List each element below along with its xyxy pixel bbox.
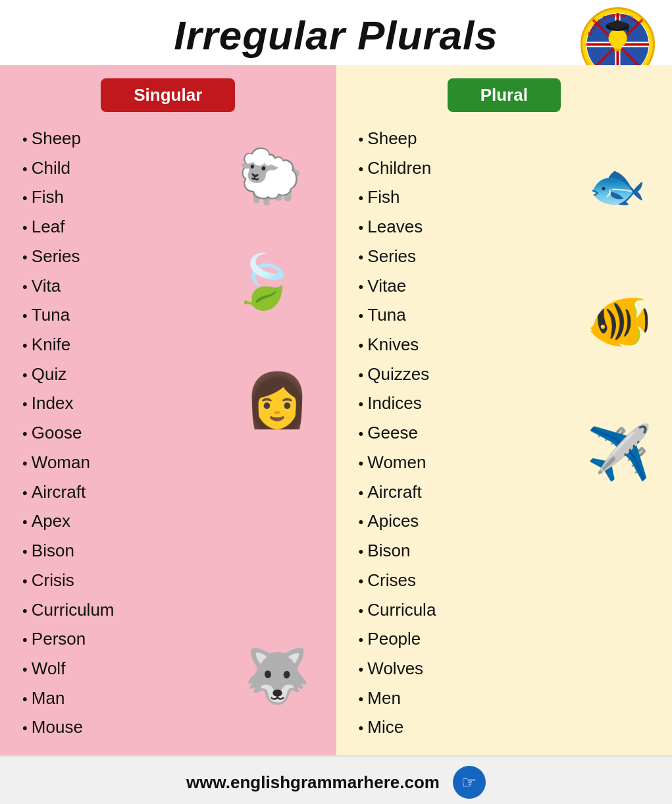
plural-list-item: Series bbox=[356, 242, 653, 271]
singular-list-item: Crisis bbox=[20, 566, 317, 595]
footer-url: www.englishgrammarhere.com bbox=[186, 772, 440, 793]
plural-list-item: Wolves bbox=[356, 654, 653, 683]
singular-list-item: Aircraft bbox=[20, 477, 317, 507]
header: Irregular Plurals bbox=[0, 0, 672, 65]
plane-illustration: ✈️ bbox=[586, 427, 652, 479]
plural-list-item: People bbox=[356, 624, 653, 654]
plural-list-item: Crises bbox=[356, 566, 653, 595]
singular-column: Singular 🐑 🍃 👩 🐺 SheepChildFishLeafSerie… bbox=[0, 65, 336, 755]
cursor-icon: ☞ bbox=[453, 766, 486, 799]
singular-badge: Singular bbox=[101, 78, 235, 112]
singular-list-item: Bison bbox=[20, 536, 317, 566]
fish-illustration: 🐟 bbox=[588, 163, 646, 209]
singular-list-item: Knife bbox=[20, 330, 317, 360]
plural-list-item: Apices bbox=[356, 506, 653, 536]
plural-list-item: Quizzes bbox=[356, 360, 653, 389]
svg-rect-10 bbox=[613, 45, 622, 49]
plural-list-item: Bison bbox=[356, 536, 653, 566]
plural-list-item: Sheep bbox=[356, 124, 653, 153]
singular-list-item: Curriculum bbox=[20, 595, 317, 625]
singular-list-wrapper: 🐑 🍃 👩 🐺 SheepChildFishLeafSeriesVitaTuna… bbox=[20, 124, 317, 742]
svg-rect-11 bbox=[614, 49, 621, 51]
plural-list-item: Curricula bbox=[356, 595, 653, 625]
singular-list-item: Apex bbox=[20, 506, 317, 536]
plural-list-item: Indices bbox=[356, 389, 653, 418]
singular-list-item: Mouse bbox=[20, 712, 317, 742]
svg-rect-14 bbox=[627, 25, 629, 32]
footer: www.englishgrammarhere.com ☞ bbox=[0, 755, 672, 804]
plural-column: Plural 🐟 🐠 ✈️ SheepChildrenFishLeavesSer… bbox=[336, 65, 673, 755]
plural-list-wrapper: 🐟 🐠 ✈️ SheepChildrenFishLeavesSeriesVita… bbox=[356, 124, 653, 742]
plural-list-item: Leaves bbox=[356, 212, 653, 242]
singular-list-item: Leaf bbox=[20, 212, 317, 242]
plural-header: Plural bbox=[356, 78, 653, 112]
woman-illustration: 👩 bbox=[244, 374, 310, 427]
sheep-illustration: 🐑 bbox=[238, 150, 303, 203]
page-title: Irregular Plurals bbox=[7, 12, 665, 59]
singular-header: Singular bbox=[20, 78, 317, 112]
content-area: Singular 🐑 🍃 👩 🐺 SheepChildFishLeafSerie… bbox=[0, 65, 672, 755]
wolf-illustration: 🐺 bbox=[244, 650, 310, 703]
singular-list-item: Woman bbox=[20, 448, 317, 477]
leaf-illustration: 🍃 bbox=[231, 255, 297, 308]
svg-point-9 bbox=[609, 29, 627, 47]
plural-list-item: Men bbox=[356, 683, 653, 713]
plural-list-item: Mice bbox=[356, 712, 653, 742]
tuna-illustration: 🐠 bbox=[586, 295, 652, 348]
plural-badge: Plural bbox=[448, 78, 561, 112]
